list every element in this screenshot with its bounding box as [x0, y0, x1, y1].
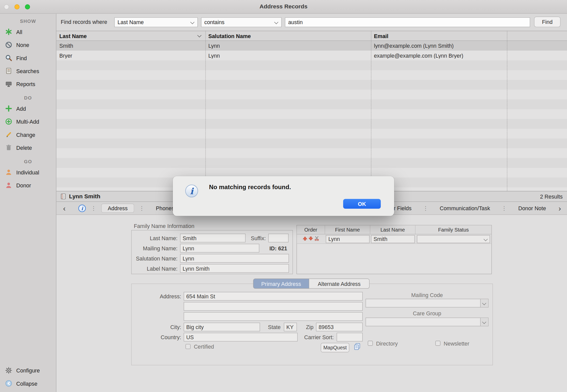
member-first-name-field[interactable]: Lynn — [326, 235, 370, 243]
sort-chevron-icon — [197, 33, 202, 37]
empty-row — [56, 129, 567, 138]
column-header-email[interactable]: Email — [371, 33, 507, 39]
sidebar-item-all[interactable]: All — [0, 25, 56, 38]
field-dropdown[interactable]: Last Name — [114, 17, 198, 27]
find-button[interactable]: Find — [534, 17, 560, 27]
ok-button[interactable]: OK — [343, 199, 381, 209]
zip-field[interactable] — [316, 323, 363, 331]
operator-dropdown[interactable]: contains — [201, 17, 282, 27]
empty-row — [56, 90, 567, 99]
tab-primary-address[interactable]: Primary Address — [253, 279, 309, 289]
sidebar-item-label: Find — [16, 55, 27, 61]
chevron-down-icon — [480, 318, 488, 326]
tab-donor-note[interactable]: Donor Note — [512, 204, 553, 213]
address-tab-switcher: Primary Address Alternate Address — [253, 279, 370, 289]
certified-checkbox[interactable] — [186, 344, 191, 349]
members-table-header: Order First Name Last Name Family Status — [297, 225, 491, 235]
sidebar-item-change[interactable]: Change — [0, 128, 56, 141]
mapquest-button[interactable]: MapQuest — [321, 343, 349, 352]
care-group-dropdown[interactable] — [365, 318, 488, 326]
sidebar-item-add[interactable]: Add — [0, 102, 56, 115]
city-field[interactable] — [184, 323, 260, 331]
next-tab-button[interactable] — [553, 204, 567, 213]
cell-email: example@example.com (Lynn Bryer) — [371, 53, 507, 59]
pencil-icon — [5, 130, 13, 138]
directory-checkbox[interactable] — [368, 341, 373, 346]
cell-salutation-name: Lynn — [205, 53, 371, 59]
family-status-dropdown[interactable] — [417, 235, 490, 243]
move-down-icon[interactable] — [308, 236, 313, 242]
tab-address[interactable]: Address — [101, 204, 134, 213]
sidebar-item-find[interactable]: Find — [0, 51, 56, 64]
newsletter-label: Newsletter — [444, 340, 469, 347]
prev-tab-button[interactable] — [56, 204, 72, 213]
suffix-label: Suffix: — [247, 235, 266, 241]
care-group-label: Care Group — [365, 310, 488, 316]
sidebar-item-searches[interactable]: Searches — [0, 64, 56, 77]
sidebar-item-donor[interactable]: Donor — [0, 179, 56, 192]
carrier-sort-field[interactable] — [337, 333, 363, 341]
scissors-icon[interactable] — [314, 236, 319, 242]
suffix-field[interactable] — [268, 234, 289, 242]
sidebar-item-none[interactable]: None — [0, 38, 56, 51]
info-dialog-icon: i — [185, 184, 198, 199]
state-field[interactable] — [284, 323, 297, 331]
address-line3-field[interactable] — [184, 312, 363, 321]
find-button-label: Find — [542, 19, 553, 25]
address-line1-field[interactable] — [184, 292, 363, 301]
label-name-field[interactable] — [180, 264, 289, 273]
sidebar-item-reports[interactable]: Reports — [0, 77, 56, 90]
column-header-salutation-name[interactable]: Salutation Name — [205, 33, 371, 39]
app-window: Address Records SHOW All None Find Searc… — [0, 0, 567, 392]
empty-row — [56, 158, 567, 168]
copy-pages-icon[interactable] — [353, 342, 361, 352]
sidebar-section-do: DO — [0, 95, 56, 101]
dots-separator-icon — [139, 205, 145, 211]
column-divider — [205, 31, 206, 191]
move-up-icon[interactable] — [303, 236, 307, 242]
member-last-name-field[interactable]: Smith — [371, 235, 415, 243]
sidebar-item-delete[interactable]: Delete — [0, 141, 56, 154]
sidebar-item-label: Collapse — [16, 380, 37, 386]
salutation-name-field[interactable] — [180, 254, 289, 263]
info-icon[interactable]: i — [78, 204, 86, 212]
search-input[interactable] — [285, 17, 530, 27]
address-box: Address: City: State Zip Country: Carrie… — [131, 284, 493, 365]
field-dropdown-value: Last Name — [118, 19, 144, 25]
table-row-selected[interactable]: Smith Lynn lynn@example.com (Lynn Smith) — [56, 41, 567, 51]
address-line2-field[interactable] — [184, 302, 363, 311]
member-row[interactable]: Lynn Smith — [297, 234, 491, 244]
sidebar-item-collapse[interactable]: Collapse — [0, 377, 56, 390]
find-records-where-label: Find records where — [61, 19, 107, 25]
operator-dropdown-value: contains — [204, 19, 225, 25]
plus-circle-icon — [5, 118, 13, 125]
record-detail-form: Family Name Information Last Name: Suffi… — [56, 215, 567, 392]
mailing-code-dropdown[interactable] — [365, 299, 488, 307]
window-title: Address Records — [0, 3, 567, 10]
country-label: Country: — [132, 334, 181, 340]
find-toolbar: Find records where Last Name contains Fi… — [56, 14, 567, 31]
plus-icon — [5, 105, 13, 112]
last-name-field[interactable] — [180, 234, 246, 242]
reports-icon — [5, 80, 13, 88]
tab-communication-task[interactable]: Communication/Task — [433, 204, 497, 213]
sidebar-item-configure[interactable]: Configure — [0, 364, 56, 377]
tab-alternate-address[interactable]: Alternate Address — [309, 279, 370, 289]
newsletter-checkbox[interactable] — [435, 341, 440, 346]
sidebar-item-multi-add[interactable]: Multi-Add — [0, 115, 56, 128]
results-table: Last Name Salutation Name Email Smith Ly… — [56, 31, 567, 191]
results-rows: Smith Lynn lynn@example.com (Lynn Smith)… — [56, 41, 567, 191]
magnifier-icon — [5, 54, 13, 62]
sidebar-item-label: Donor — [16, 182, 31, 188]
table-row[interactable]: Bryer Lynn example@example.com (Lynn Bry… — [56, 51, 567, 60]
mailing-name-field[interactable] — [180, 244, 259, 252]
column-header-label: Last Name — [59, 33, 87, 39]
sidebar-item-individual[interactable]: Individual — [0, 166, 56, 179]
column-header-label: Email — [374, 33, 388, 39]
empty-row — [56, 109, 567, 119]
sidebar: SHOW All None Find Searches Reports DO A… — [0, 14, 56, 392]
country-field[interactable] — [184, 333, 298, 341]
column-header-last-name[interactable]: Last Name — [56, 33, 205, 39]
results-count: 2 Results — [540, 193, 567, 200]
empty-row — [56, 148, 567, 158]
